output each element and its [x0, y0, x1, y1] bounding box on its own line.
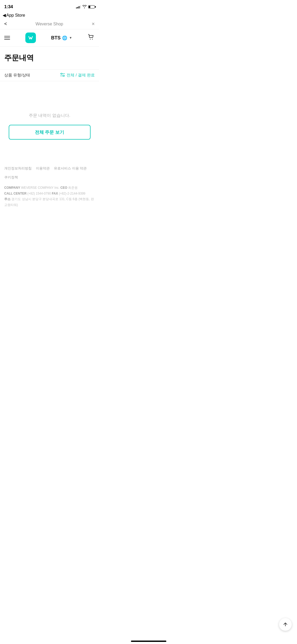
- footer-link-item[interactable]: 개인정보처리방침: [4, 166, 32, 171]
- svg-point-1: [92, 39, 93, 39]
- footer-link-item[interactable]: 이용약관: [36, 166, 50, 171]
- brand-name: BTS: [51, 35, 60, 41]
- footer-address-row: 주소 경기도 성남시 분당구 분당내곡로 131, C동 6층 (백현동, 판교…: [4, 196, 95, 208]
- app-store-label[interactable]: App Store: [6, 13, 25, 18]
- fax-number: (+82)-2-2144-9399: [59, 192, 85, 195]
- filter-selector[interactable]: 전체 / 결제 완료: [60, 73, 95, 78]
- wifi-icon: [82, 5, 87, 9]
- hamburger-line-1: [4, 36, 10, 36]
- svg-point-0: [90, 39, 91, 39]
- company-label: COMPANY: [4, 186, 20, 190]
- footer-links: 개인정보처리방침이용약관유료서비스 이용 약관쿠키정책: [4, 166, 95, 180]
- footer-contact-row: CALL CENTER (+82) 1544-0790 FAX (+82)-2-…: [4, 191, 95, 197]
- globe-icon: 🌐: [62, 35, 67, 40]
- company-name: WEVERSE COMPANY Inc.: [21, 186, 60, 190]
- fax-label: FAX: [52, 192, 58, 195]
- footer-company-row: COMPANY WEVERSE COMPANY Inc. CEO 최준원: [4, 185, 95, 191]
- empty-message: 주문 내역이 없습니다.: [29, 113, 70, 118]
- filter-sliders-icon: [60, 73, 65, 77]
- filter-label: 상품 유형/상태: [4, 73, 30, 78]
- call-center-label: CALL CENTER: [4, 192, 26, 195]
- footer-link-item[interactable]: 쿠키정책: [4, 175, 18, 180]
- footer: 개인정보처리방침이용약관유료서비스 이용 약관쿠키정책 COMPANY WEVE…: [0, 155, 99, 216]
- address: 경기도 성남시 분당구 분당내곡로 131, C동 6층 (백현동, 판교원타워…: [4, 197, 94, 207]
- svg-point-5: [63, 75, 64, 77]
- hamburger-line-2: [4, 38, 10, 38]
- hamburger-menu-button[interactable]: [4, 36, 10, 40]
- filter-row[interactable]: 상품 유형/상태 전체 / 결제 완료: [0, 69, 99, 81]
- app-store-back-nav[interactable]: ◀ App Store: [0, 12, 99, 19]
- nav-close-button[interactable]: ×: [92, 21, 95, 27]
- status-bar: 1:34: [0, 0, 99, 12]
- battery-icon: [88, 5, 95, 8]
- status-icons: [76, 5, 95, 9]
- call-center-number: (+82) 1544-0790: [27, 192, 52, 195]
- view-all-orders-button[interactable]: 전체 주문 보기: [9, 125, 91, 140]
- logo-container: [25, 33, 36, 43]
- filter-value: 전체 / 결제 완료: [67, 73, 95, 78]
- svg-point-3: [61, 73, 62, 75]
- signal-icon: [76, 5, 81, 8]
- ceo-label: CEO: [60, 186, 67, 190]
- ceo-name: 최준원: [68, 186, 78, 190]
- page-content: 주문내역: [0, 47, 99, 63]
- page-title: 주문내역: [4, 53, 95, 63]
- nav-title: Weverse Shop: [36, 22, 63, 26]
- hamburger-line-3: [4, 39, 10, 40]
- weverse-logo: [25, 33, 36, 43]
- nav-back-icon[interactable]: <: [4, 21, 7, 27]
- empty-state: 주문 내역이 없습니다. 전체 주문 보기: [0, 81, 99, 155]
- cart-button[interactable]: [87, 33, 95, 43]
- footer-info: COMPANY WEVERSE COMPANY Inc. CEO 최준원 CAL…: [4, 185, 95, 208]
- nav-bar: < Weverse Shop ×: [0, 19, 99, 29]
- address-label: 주소: [4, 197, 11, 201]
- footer-link-item[interactable]: 유료서비스 이용 약관: [54, 166, 87, 171]
- back-arrow-icon: ◀: [3, 13, 6, 18]
- brand-selector[interactable]: BTS 🌐 ▼: [51, 35, 72, 41]
- status-time: 1:34: [4, 4, 13, 10]
- dropdown-arrow-icon: ▼: [69, 36, 72, 40]
- app-header: BTS 🌐 ▼: [0, 29, 99, 47]
